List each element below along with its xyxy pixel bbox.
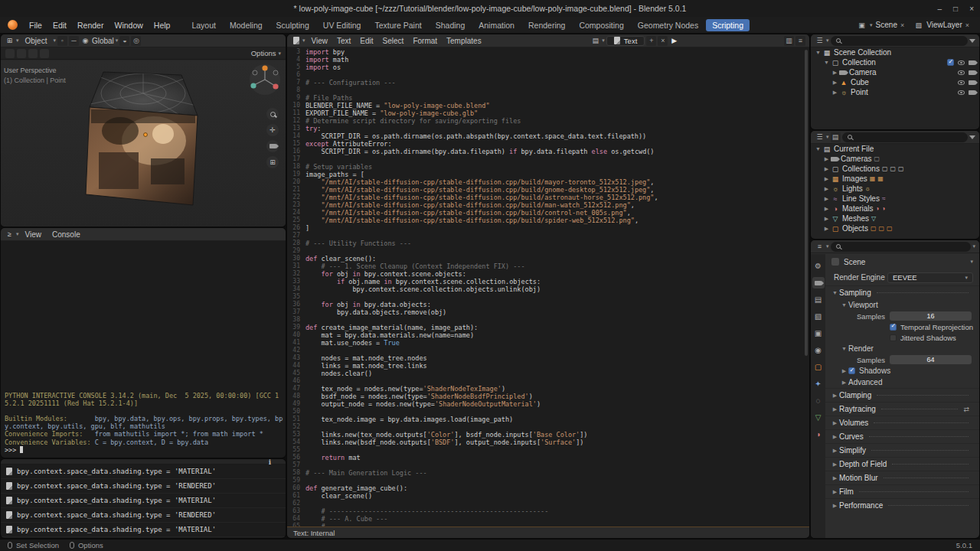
panel-performance[interactable]: ▶Performance — [825, 498, 979, 512]
expander-icon[interactable]: ▶ — [831, 406, 839, 412]
cube-object[interactable] — [1, 60, 286, 227]
blendfile-row-line-styles[interactable]: ▶≈Line Styles≈ — [811, 194, 979, 204]
code-line[interactable]: 53 links.new(tex_node.outputs['Color'], … — [287, 431, 809, 439]
panel-curves[interactable]: ▶Curves — [825, 429, 979, 443]
orientation-dropdown[interactable]: Global — [92, 37, 114, 45]
menu-render[interactable]: Render — [72, 20, 109, 31]
subpanel-render[interactable]: ▼Render — [825, 343, 979, 354]
code-line[interactable]: 32 for obj in bpy.context.scene.objects: — [287, 270, 809, 278]
code-line[interactable]: 41 mat.use_nodes = True — [287, 339, 809, 347]
expander-icon[interactable]: ▼ — [840, 346, 848, 351]
code-line[interactable]: 17 — [287, 155, 809, 163]
expander-icon[interactable]: ▶ — [831, 475, 839, 481]
workspace-tab-sculpting[interactable]: Sculpting — [270, 19, 315, 31]
move-view-button[interactable]: ✛ — [266, 124, 279, 136]
panel-motion-blur[interactable]: ▶Motion Blur — [825, 471, 979, 484]
scene-unlink-icon[interactable]: × — [900, 21, 904, 29]
code-line[interactable]: 28# --- Utility Functions --- — [287, 240, 809, 247]
expander-icon[interactable]: ▼ — [822, 60, 831, 65]
panel-depth-of-field[interactable]: ▶Depth of Field — [825, 457, 979, 471]
checkbox-jittered-shadows[interactable] — [890, 334, 897, 341]
expander-icon[interactable]: ▶ — [831, 434, 839, 440]
info-log-row[interactable]: bpy.context.space_data.shading.type = 'R… — [1, 479, 286, 494]
run-script-button[interactable]: ▶ — [669, 36, 679, 46]
eye-icon[interactable] — [958, 80, 965, 85]
blendfile-row-current-file[interactable]: ▼▤Current File — [811, 144, 979, 154]
outliner-row-camera[interactable]: ▶Camera — [811, 67, 979, 77]
code-line[interactable]: 42 — [287, 347, 809, 354]
text-datablock-name[interactable]: Text — [606, 36, 645, 46]
info-log-row[interactable]: bpy.context.space_data.shading.type = 'R… — [1, 508, 286, 523]
tool-option-icon[interactable] — [17, 49, 26, 58]
code-line[interactable]: 18# Setup variables — [287, 163, 809, 171]
code-line[interactable]: 12# Determine script directory for savin… — [287, 117, 809, 125]
code-line[interactable]: 33 if obj.name in bpy.context.scene.coll… — [287, 278, 809, 285]
properties-tab-world[interactable]: ◉ — [812, 344, 825, 356]
code-line[interactable]: 4import math — [287, 56, 809, 64]
console-menu-console[interactable]: Console — [47, 230, 85, 239]
code-area[interactable]: 3import bpy4import math5import os6 7# --… — [287, 48, 809, 527]
tool-option-icon[interactable] — [5, 49, 15, 58]
code-line[interactable]: 45 nodes.clear() — [287, 370, 809, 377]
expander-icon[interactable]: ▶ — [831, 420, 839, 426]
gizmo-axis-icon[interactable] — [273, 83, 278, 89]
code-line[interactable]: 19image_paths = [ — [287, 171, 809, 178]
code-line[interactable]: 25 "/mnt/AI/stable-diffusion-cpp/stable-… — [287, 217, 809, 224]
render-engine-dropdown[interactable]: EEVEE ▾ — [887, 272, 973, 283]
expander-icon[interactable]: ▶ — [822, 226, 831, 232]
breadcrumb-options-icon[interactable]: ▾ — [970, 259, 973, 265]
subpanel-viewport[interactable]: ▼Viewport — [825, 299, 979, 311]
blendfile-row-images[interactable]: ▶▦Images▦▦ — [811, 174, 979, 184]
console-prompt[interactable]: >>> — [5, 446, 283, 454]
code-line[interactable]: 59 — [287, 477, 809, 484]
new-text-button[interactable]: + — [646, 36, 656, 46]
code-line[interactable]: 11EXPORT_FILE_NAME = "low-poly-image-cub… — [287, 109, 809, 117]
menu-edit[interactable]: Edit — [47, 20, 72, 31]
mode-dropdown[interactable]: Object — [21, 37, 52, 45]
blendfile-row-materials[interactable]: ▶◑Materials◑◑ — [811, 204, 979, 214]
expander-icon[interactable]: ▶ — [822, 196, 831, 202]
render-visibility-icon[interactable] — [969, 90, 975, 95]
editor-type-icon[interactable]: ⊞ — [5, 36, 15, 46]
code-line[interactable]: 50 — [287, 408, 809, 416]
editor-type-icon[interactable]: ☰ — [815, 132, 825, 142]
panel-film[interactable]: ▶Film — [825, 484, 979, 498]
options-dropdown[interactable]: Options▾ — [251, 49, 281, 57]
code-line[interactable]: 64 # --- A. Cube --- — [287, 515, 809, 523]
expander-icon[interactable]: ▼ — [840, 302, 848, 308]
workspace-tab-animation[interactable]: Animation — [472, 19, 521, 31]
code-line[interactable]: 34 bpy.context.scene.collection.objects.… — [287, 285, 809, 293]
code-line[interactable]: 22 "/mnt/AI/stable-diffusion-cpp/stable-… — [287, 194, 809, 201]
workspace-tab-texture-paint[interactable]: Texture Paint — [368, 19, 427, 31]
code-line[interactable]: 26] — [287, 224, 809, 232]
code-line[interactable]: 21 "/mnt/AI/stable-diffusion-cpp/stable-… — [287, 186, 809, 194]
properties-tab-material[interactable]: ◑ — [812, 429, 825, 440]
viewport-canvas[interactable]: User Perspective (1) Collection | Point — [1, 60, 286, 227]
expander-icon[interactable]: ▼ — [814, 146, 822, 152]
scrollbar[interactable] — [805, 50, 808, 356]
subpanel-shadows[interactable]: ▶Shadows — [825, 365, 979, 377]
code-line[interactable]: 29 — [287, 247, 809, 255]
filter-icon[interactable] — [969, 39, 975, 43]
expander-icon[interactable]: ▶ — [831, 503, 839, 509]
code-line[interactable]: 5import os — [287, 64, 809, 71]
expander-icon[interactable]: ▶ — [840, 380, 848, 386]
info-log-row[interactable]: bpy.context.space_data.shading.type = 'M… — [1, 465, 286, 479]
blendfile-row-meshes[interactable]: ▶▽Meshes▽ — [811, 214, 979, 223]
text-menu-format[interactable]: Format — [408, 37, 442, 45]
gizmo-axis-icon[interactable] — [250, 83, 256, 88]
code-line[interactable]: 47 tex_node = nodes.new(type='ShaderNode… — [287, 385, 809, 393]
expander-icon[interactable]: ▶ — [831, 80, 839, 86]
expander-icon[interactable]: ▶ — [831, 489, 839, 495]
code-line[interactable]: 60def generate_image_cube(): — [287, 484, 809, 492]
code-line[interactable]: 37 bpy.data.objects.remove(obj) — [287, 308, 809, 316]
editor-type-icon[interactable]: ≥ — [5, 230, 15, 240]
expander-icon[interactable]: ▶ — [822, 156, 831, 162]
properties-tab-output[interactable]: ▤ — [812, 294, 825, 305]
code-line[interactable]: 54 links.new(bsdf_node.outputs['BSDF'], … — [287, 439, 809, 446]
code-line[interactable]: 57 — [287, 461, 809, 469]
blendfile-search-input[interactable] — [842, 132, 968, 142]
filter-icon[interactable] — [969, 135, 975, 139]
code-line[interactable]: 35 — [287, 293, 809, 301]
workspace-tab-rendering[interactable]: Rendering — [522, 19, 571, 31]
